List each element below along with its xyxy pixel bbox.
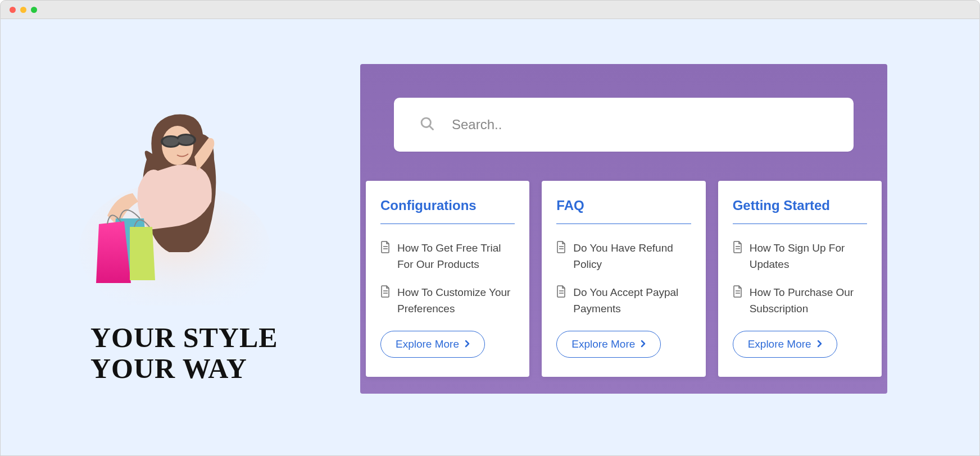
page-viewport: YOUR STYLE YOUR WAY Configurations xyxy=(0,19,980,456)
hero-pane: YOUR STYLE YOUR WAY xyxy=(74,103,315,384)
card-divider xyxy=(380,224,515,224)
svg-line-10 xyxy=(429,126,433,129)
window-close-dot[interactable] xyxy=(10,7,16,13)
document-icon xyxy=(380,241,391,256)
card-divider xyxy=(556,224,691,224)
card-items: Do You Have Refund Policy Do You Accept … xyxy=(556,240,691,329)
explore-label: Explore More xyxy=(571,338,635,350)
explore-label: Explore More xyxy=(396,338,459,350)
document-icon xyxy=(556,285,566,300)
list-item-text: How To Purchase Our Subscription xyxy=(750,284,867,317)
list-item[interactable]: How To Sign Up For Updates xyxy=(733,240,867,273)
list-item[interactable]: How To Get Free Trial For Our Products xyxy=(380,240,515,273)
card-items: How To Get Free Trial For Our Products H… xyxy=(380,240,515,329)
card-items: How To Sign Up For Updates How To Purcha… xyxy=(733,240,867,329)
explore-more-button[interactable]: Explore More xyxy=(380,331,485,358)
list-item[interactable]: How To Purchase Our Subscription xyxy=(733,284,867,317)
hero-image xyxy=(74,103,276,305)
list-item-text: Do You Have Refund Policy xyxy=(573,240,691,273)
window-maximize-dot[interactable] xyxy=(31,7,37,13)
search-box[interactable] xyxy=(394,98,854,152)
document-icon xyxy=(733,285,743,300)
explore-label: Explore More xyxy=(748,338,811,350)
list-item-text: How To Get Free Trial For Our Products xyxy=(397,240,515,273)
list-item-text: How To Sign Up For Updates xyxy=(750,240,867,273)
document-icon xyxy=(733,241,743,256)
explore-more-button[interactable]: Explore More xyxy=(556,331,661,358)
search-icon xyxy=(419,116,435,134)
list-item-text: Do You Accept Paypal Payments xyxy=(573,284,691,317)
chevron-right-icon xyxy=(465,338,470,350)
card-getting-started: Getting Started How To Sign Up For Updat… xyxy=(718,181,882,377)
card-divider xyxy=(733,224,867,224)
headline-line-1: YOUR STYLE xyxy=(90,322,315,353)
document-icon xyxy=(380,285,391,300)
search-section xyxy=(360,64,887,185)
svg-marker-8 xyxy=(130,227,155,280)
card-faq: FAQ Do You Have Refund Policy Do You Acc… xyxy=(542,181,705,377)
list-item[interactable]: Do You Have Refund Policy xyxy=(556,240,691,273)
document-icon xyxy=(556,241,566,256)
list-item-text: How To Customize Your Preferences xyxy=(397,284,515,317)
svg-point-4 xyxy=(163,137,179,146)
list-item[interactable]: How To Customize Your Preferences xyxy=(380,284,515,317)
svg-point-5 xyxy=(178,135,194,144)
headline-line-2: YOUR WAY xyxy=(90,353,315,384)
cards-row: Configurations How To Get Free Trial For… xyxy=(360,181,887,377)
browser-chrome xyxy=(0,0,980,19)
explore-more-button[interactable]: Explore More xyxy=(733,331,837,358)
page-headline: YOUR STYLE YOUR WAY xyxy=(90,322,315,384)
search-input[interactable] xyxy=(452,117,828,133)
card-title[interactable]: FAQ xyxy=(556,198,691,213)
knowledge-panel: Configurations How To Get Free Trial For… xyxy=(360,64,887,394)
list-item[interactable]: Do You Accept Paypal Payments xyxy=(556,284,691,317)
card-configurations: Configurations How To Get Free Trial For… xyxy=(366,181,529,377)
chevron-right-icon xyxy=(817,338,822,350)
chevron-right-icon xyxy=(641,338,646,350)
window-minimize-dot[interactable] xyxy=(20,7,26,13)
card-title[interactable]: Getting Started xyxy=(733,198,867,213)
card-title[interactable]: Configurations xyxy=(380,198,515,213)
